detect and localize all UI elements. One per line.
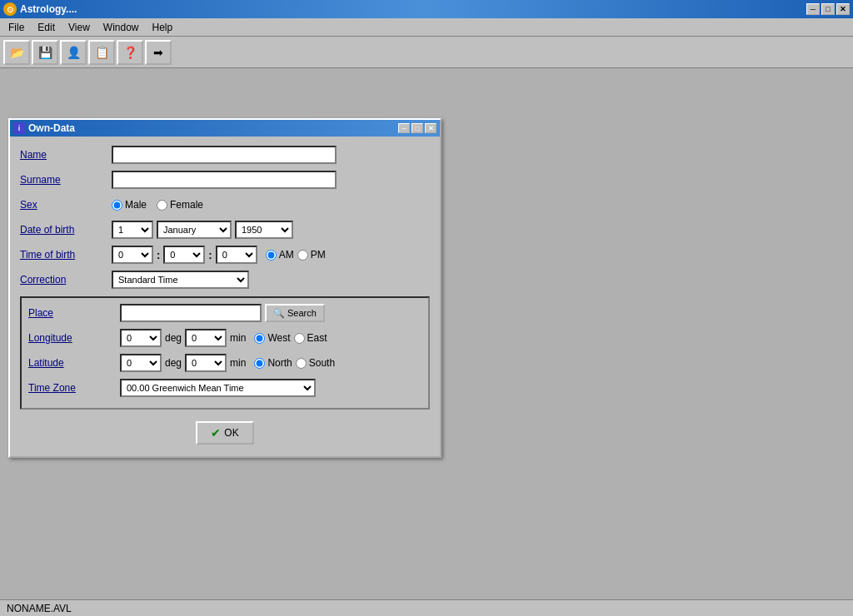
longitude-label: Longitude [28, 332, 120, 344]
dob-day-select[interactable]: 12345 678910 1112131415 1617181920 21222… [112, 221, 153, 239]
longitude-row: Longitude 0 deg 0 min West [28, 328, 422, 348]
app-title: Astrology.... [20, 3, 77, 15]
sex-row: Sex Male Female [20, 195, 430, 215]
name-row: Name [20, 145, 430, 165]
tob-row: Time of birth 01234 56789 101112 : 05101… [20, 245, 430, 265]
sex-male-label: Male [125, 199, 147, 211]
minimize-button[interactable]: ─ [806, 3, 820, 15]
sex-female-label: Female [170, 199, 203, 211]
sex-male-option[interactable]: Male [112, 199, 147, 211]
longitude-west-radio[interactable] [254, 333, 265, 344]
longitude-east-option[interactable]: East [294, 332, 327, 344]
sex-female-radio[interactable] [157, 200, 167, 211]
menu-help[interactable]: Help [146, 20, 180, 35]
dialog-title-text: Own-Data [28, 122, 75, 134]
longitude-east-radio[interactable] [294, 333, 305, 344]
longitude-min-label: min [230, 332, 246, 344]
status-text: NONAME.AVL [7, 603, 72, 614]
dob-label: Date of birth [20, 224, 112, 236]
dialog-icon: i [13, 122, 25, 134]
longitude-west-label: West [267, 332, 290, 344]
open-button[interactable]: 📂 [3, 40, 30, 65]
toolbar: 📂 💾 👤 📋 ❓ ➡ [0, 37, 853, 68]
tob-hour-select[interactable]: 01234 56789 101112 [112, 246, 153, 264]
longitude-west-option[interactable]: West [254, 332, 290, 344]
place-section: Place 🔍 Search Longitude 0 [20, 296, 430, 410]
longitude-min-select[interactable]: 0 [185, 329, 227, 347]
latitude-south-radio[interactable] [296, 358, 307, 369]
tob-label: Time of birth [20, 249, 112, 261]
menu-bar: File Edit View Window Help [0, 18, 853, 37]
dob-year-select[interactable]: 1940194519501955 196019651970 [235, 221, 293, 239]
name-label: Name [20, 149, 112, 161]
place-input[interactable] [120, 304, 262, 322]
dialog-restore-button[interactable]: □ [412, 123, 423, 133]
tob-am-option[interactable]: AM [266, 249, 294, 261]
time-colon-1: : [157, 249, 160, 261]
tob-am-radio[interactable] [266, 250, 277, 261]
correction-row: Correction Standard Time Daylight Saving… [20, 270, 430, 290]
copy-button[interactable]: 📋 [88, 40, 115, 65]
dialog-title-bar: i Own-Data ─ □ ✕ [10, 120, 440, 137]
sex-male-radio[interactable] [112, 200, 122, 211]
exit-button[interactable]: ➡ [145, 40, 172, 65]
timezone-label: Time Zone [28, 382, 120, 394]
longitude-east-label: East [307, 332, 327, 344]
longitude-deg-label: deg [165, 332, 182, 344]
latitude-south-label: South [309, 357, 335, 369]
own-data-dialog: i Own-Data ─ □ ✕ Name Surname [8, 118, 441, 458]
correction-label: Correction [20, 274, 112, 286]
tob-pm-option[interactable]: PM [297, 249, 326, 261]
menu-window[interactable]: Window [97, 20, 146, 35]
place-row: Place 🔍 Search [28, 303, 422, 323]
search-icon: 🔍 [273, 308, 285, 319]
title-bar: ⊙ Astrology.... ─ □ ✕ [0, 0, 853, 18]
search-button[interactable]: 🔍 Search [265, 304, 325, 322]
time-colon-2: : [208, 249, 212, 261]
menu-view[interactable]: View [62, 20, 97, 35]
dob-month-select[interactable]: JanuaryFebruaryMarchApril MayJuneJulyAug… [157, 221, 232, 239]
menu-edit[interactable]: Edit [31, 20, 62, 35]
name-input[interactable] [112, 146, 337, 164]
ok-button[interactable]: ✔ OK [196, 421, 253, 445]
main-area: i Own-Data ─ □ ✕ Name Surname [0, 68, 853, 599]
correction-select[interactable]: Standard Time Daylight Saving Time No Co… [112, 271, 249, 289]
search-label: Search [287, 308, 317, 318]
place-label: Place [28, 307, 120, 319]
latitude-label: Latitude [28, 357, 120, 369]
surname-input[interactable] [112, 171, 337, 189]
latitude-row: Latitude 0 deg 0 min North [28, 353, 422, 373]
tob-pm-radio[interactable] [297, 250, 308, 261]
dialog-minimize-button[interactable]: ─ [398, 123, 410, 133]
help-button[interactable]: ❓ [117, 40, 143, 65]
restore-button[interactable]: □ [821, 3, 835, 15]
surname-label: Surname [20, 174, 112, 186]
latitude-north-radio[interactable] [254, 358, 265, 369]
ok-label: OK [224, 427, 238, 439]
tob-am-label: AM [279, 249, 294, 261]
tob-pm-label: PM [311, 249, 326, 261]
sex-female-option[interactable]: Female [157, 199, 203, 211]
dialog-close-button[interactable]: ✕ [425, 123, 436, 133]
latitude-deg-select[interactable]: 0 [120, 354, 162, 372]
latitude-south-option[interactable]: South [296, 357, 335, 369]
sex-label: Sex [20, 199, 112, 211]
latitude-north-label: North [267, 357, 292, 369]
dialog-body: Name Surname Sex Male [10, 137, 440, 456]
longitude-deg-select[interactable]: 0 [120, 329, 162, 347]
dob-row: Date of birth 12345 678910 1112131415 16… [20, 220, 430, 240]
timezone-select[interactable]: 00.00 Greenwich Mean Time +01.00 Central… [120, 379, 316, 397]
person-button[interactable]: 👤 [60, 40, 87, 65]
status-bar: NONAME.AVL [0, 599, 853, 616]
ok-checkmark-icon: ✔ [211, 426, 221, 440]
tob-min2-select[interactable]: 05101520 2530354045 5055 [216, 246, 257, 264]
latitude-min-label: min [230, 357, 246, 369]
save-button[interactable]: 💾 [32, 40, 58, 65]
app-icon: ⊙ [3, 2, 17, 16]
latitude-north-option[interactable]: North [254, 357, 292, 369]
menu-file[interactable]: File [2, 20, 31, 35]
close-button[interactable]: ✕ [836, 3, 850, 15]
tob-min1-select[interactable]: 05101520 2530354045 5055 [163, 246, 205, 264]
latitude-deg-label: deg [165, 357, 182, 369]
latitude-min-select[interactable]: 0 [185, 354, 227, 372]
